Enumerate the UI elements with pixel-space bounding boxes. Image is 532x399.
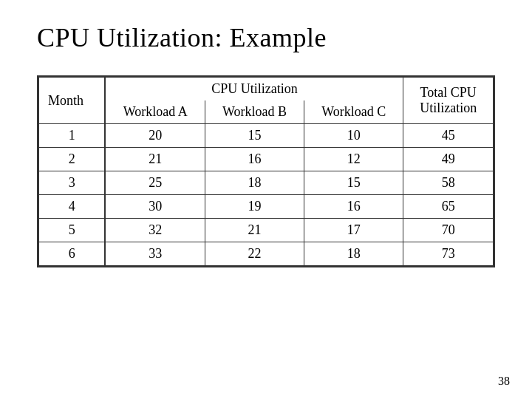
cpu-utilization-table: Month CPU Utilization Total CPU Utilizat… bbox=[37, 75, 495, 267]
workload-b-header: Workload B bbox=[205, 100, 304, 124]
workload-cell: 10 bbox=[304, 124, 403, 148]
page-title: CPU Utilization: Example bbox=[37, 22, 495, 53]
total-cell: 73 bbox=[403, 242, 494, 267]
workload-cell: 16 bbox=[304, 195, 403, 219]
cpu-utilization-header: CPU Utilization bbox=[105, 77, 403, 101]
total-cell: 65 bbox=[403, 195, 494, 219]
month-header: Month bbox=[38, 77, 106, 124]
table-wrapper: Month CPU Utilization Total CPU Utilizat… bbox=[37, 75, 495, 267]
workload-c-header: Workload C bbox=[304, 100, 403, 124]
table-row: 532211770 bbox=[38, 219, 494, 242]
table-row: 430191665 bbox=[38, 195, 494, 219]
workload-cell: 30 bbox=[105, 195, 205, 219]
table-row: 120151045 bbox=[38, 124, 494, 148]
month-cell: 2 bbox=[38, 148, 106, 171]
table-row: 325181558 bbox=[38, 171, 494, 195]
workload-cell: 15 bbox=[205, 124, 304, 148]
workload-cell: 19 bbox=[205, 195, 304, 219]
workload-cell: 33 bbox=[105, 242, 205, 267]
month-cell: 3 bbox=[38, 171, 106, 195]
workload-cell: 16 bbox=[205, 148, 304, 171]
table-body: 1201510452211612493251815584301916655322… bbox=[38, 124, 494, 267]
workload-cell: 12 bbox=[304, 148, 403, 171]
table-row: 221161249 bbox=[38, 148, 494, 171]
workload-a-header: Workload A bbox=[105, 100, 205, 124]
utilization-label: Utilization bbox=[420, 100, 477, 115]
workload-cell: 17 bbox=[304, 219, 403, 242]
total-cpu-header: Total CPU Utilization bbox=[403, 77, 494, 124]
page: CPU Utilization: Example Month CPU Utili… bbox=[0, 0, 532, 399]
page-number: 38 bbox=[498, 375, 510, 388]
month-cell: 5 bbox=[38, 219, 106, 242]
workload-cell: 21 bbox=[105, 148, 205, 171]
workload-cell: 22 bbox=[205, 242, 304, 267]
workload-cell: 32 bbox=[105, 219, 205, 242]
month-cell: 4 bbox=[38, 195, 106, 219]
total-cell: 70 bbox=[403, 219, 494, 242]
workload-cell: 25 bbox=[105, 171, 205, 195]
workload-cell: 20 bbox=[105, 124, 205, 148]
month-cell: 6 bbox=[38, 242, 106, 267]
table-row: 633221873 bbox=[38, 242, 494, 267]
workload-cell: 15 bbox=[304, 171, 403, 195]
workload-cell: 18 bbox=[205, 171, 304, 195]
total-cell: 58 bbox=[403, 171, 494, 195]
workload-cell: 18 bbox=[304, 242, 403, 267]
month-cell: 1 bbox=[38, 124, 106, 148]
total-cell: 45 bbox=[403, 124, 494, 148]
total-cell: 49 bbox=[403, 148, 494, 171]
total-cpu-label: Total CPU bbox=[420, 85, 477, 100]
workload-cell: 21 bbox=[205, 219, 304, 242]
